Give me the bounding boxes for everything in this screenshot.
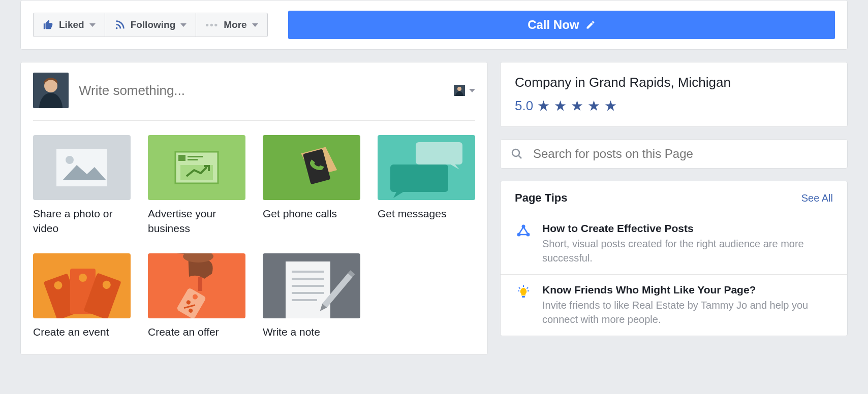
business-category: Company in Grand Rapids, Michigan xyxy=(515,75,833,90)
photo-icon xyxy=(33,135,131,200)
tile-write-note[interactable]: Write a note xyxy=(263,253,360,339)
svg-rect-9 xyxy=(188,156,203,157)
liked-button[interactable]: Liked xyxy=(33,13,105,37)
svg-point-37 xyxy=(512,149,519,156)
chart-window-icon xyxy=(148,135,245,200)
composer-audience-selector[interactable] xyxy=(454,85,475,96)
note-pencil-icon xyxy=(263,253,360,318)
tile-advertise-business[interactable]: Advertise your business xyxy=(148,135,245,236)
svg-point-0 xyxy=(115,27,117,29)
tip-item[interactable]: How to Create Effective Posts Short, vis… xyxy=(501,213,847,274)
rss-icon xyxy=(114,19,126,30)
composer-input[interactable] xyxy=(79,83,444,98)
liked-label: Liked xyxy=(59,19,84,30)
thumbs-up-icon xyxy=(43,19,54,30)
tip-desc: Invite friends to like Real Estate by Ta… xyxy=(542,298,833,326)
call-now-button[interactable]: Call Now xyxy=(288,11,835,39)
composer-row xyxy=(33,73,475,121)
tip-item[interactable]: Know Friends Who Might Like Your Page? I… xyxy=(501,274,847,336)
rating-value: 5.0 xyxy=(515,98,533,114)
price-tag-icon xyxy=(148,253,245,318)
tile-create-offer[interactable]: Create an offer xyxy=(148,253,245,339)
svg-rect-10 xyxy=(188,159,198,160)
tile-label: Get phone calls xyxy=(263,206,360,221)
svg-point-18 xyxy=(79,274,87,282)
svg-line-46 xyxy=(519,287,520,289)
page-search-card xyxy=(500,139,848,169)
share-nodes-icon xyxy=(515,222,532,265)
tip-desc: Short, visual posts created for the righ… xyxy=(542,237,833,265)
chevron-down-icon xyxy=(469,89,475,92)
pencil-icon xyxy=(585,20,596,30)
svg-rect-8 xyxy=(178,155,185,161)
tickets-icon xyxy=(33,253,131,318)
page-search-input[interactable] xyxy=(533,147,837,161)
cta-label: Call Now xyxy=(528,18,579,32)
tile-label: Get messages xyxy=(378,206,475,221)
star-icon: ★ xyxy=(587,97,600,114)
following-button[interactable]: Following xyxy=(105,13,197,37)
phone-in-hand-icon xyxy=(263,135,360,200)
tile-label: Create an event xyxy=(33,324,131,339)
following-label: Following xyxy=(131,19,176,30)
svg-rect-42 xyxy=(522,296,525,298)
svg-point-4 xyxy=(457,87,461,91)
composer-card: Share a photo or video Advertise your bu… xyxy=(20,62,488,355)
star-icon: ★ xyxy=(604,97,617,114)
svg-rect-13 xyxy=(416,142,462,165)
svg-rect-5 xyxy=(56,149,107,186)
tile-get-messages[interactable]: Get messages xyxy=(378,135,475,236)
page-tips-header: Page Tips See All xyxy=(501,181,847,213)
svg-rect-28 xyxy=(286,261,330,318)
svg-rect-22 xyxy=(198,277,202,291)
tile-label: Create an offer xyxy=(148,324,245,339)
rating-row[interactable]: 5.0 ★ ★ ★ ★ ★ xyxy=(515,97,833,114)
chat-bubbles-icon xyxy=(378,135,475,200)
star-icon: ★ xyxy=(537,97,550,114)
tile-create-event[interactable]: Create an event xyxy=(33,253,131,339)
tip-body: How to Create Effective Posts Short, vis… xyxy=(542,222,833,265)
avatar xyxy=(33,73,69,108)
page-action-button-group: Liked Following ••• More xyxy=(33,13,268,37)
tip-title: Know Friends Who Might Like Your Page? xyxy=(542,284,833,296)
chevron-down-icon xyxy=(252,23,258,27)
svg-line-47 xyxy=(527,287,529,289)
composer-tiles: Share a photo or video Advertise your bu… xyxy=(33,121,475,344)
see-all-link[interactable]: See All xyxy=(801,192,833,204)
avatar-small xyxy=(454,85,465,96)
more-label: More xyxy=(224,19,246,30)
svg-rect-23 xyxy=(176,287,207,318)
tile-label: Write a note xyxy=(263,324,360,339)
star-icon: ★ xyxy=(554,97,567,114)
ellipsis-icon: ••• xyxy=(205,19,219,30)
svg-line-38 xyxy=(518,155,521,158)
tip-body: Know Friends Who Might Like Your Page? I… xyxy=(542,284,833,326)
page-tips-card: Page Tips See All How to Create Effectiv… xyxy=(500,181,848,336)
more-button[interactable]: ••• More xyxy=(196,13,267,37)
tile-label: Share a photo or video xyxy=(33,206,131,236)
tip-title: How to Create Effective Posts xyxy=(542,222,833,235)
business-info-card: Company in Grand Rapids, Michigan 5.0 ★ … xyxy=(500,62,848,127)
svg-rect-14 xyxy=(390,165,448,192)
chevron-down-icon xyxy=(180,23,187,27)
page-tips-heading: Page Tips xyxy=(515,191,568,205)
search-icon xyxy=(511,148,523,160)
svg-point-6 xyxy=(66,156,74,164)
page-header-toolbar: Liked Following ••• More Call Now xyxy=(20,0,848,50)
tile-label: Advertise your business xyxy=(148,206,245,236)
star-icon: ★ xyxy=(571,97,583,114)
lightbulb-icon xyxy=(515,284,532,326)
tile-share-photo-video[interactable]: Share a photo or video xyxy=(33,135,131,236)
chevron-down-icon xyxy=(89,23,96,27)
tile-get-phone-calls[interactable]: Get phone calls xyxy=(263,135,360,236)
